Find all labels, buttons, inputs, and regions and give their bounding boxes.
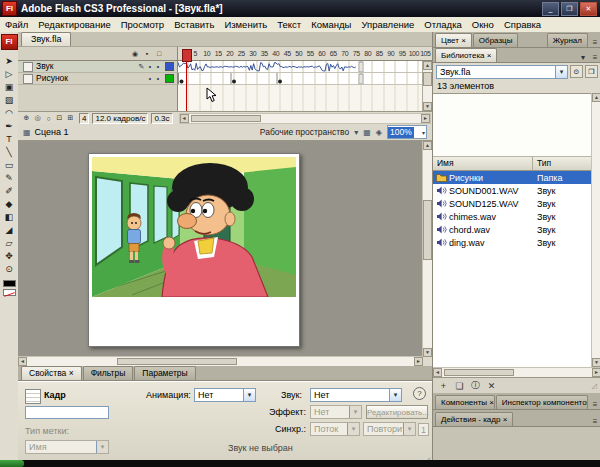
scroll-right-button[interactable]: ► <box>421 114 430 123</box>
fill-color-swatch[interactable] <box>3 289 16 296</box>
show-hide-layers-icon[interactable]: ◉ <box>131 50 139 58</box>
tab-library[interactable]: Библиотека × <box>435 48 497 62</box>
item-properties-icon[interactable]: ⓘ <box>469 379 482 392</box>
stage-horizontal-scrollbar[interactable]: ◄ ► <box>18 356 423 366</box>
scroll-thumb[interactable] <box>423 200 432 260</box>
start-button[interactable] <box>0 460 24 467</box>
zoom-dropdown-icon[interactable]: ▾ <box>422 129 426 136</box>
library-vertical-scrollbar[interactable]: ▲ ▼ <box>591 93 600 367</box>
hand-tool[interactable]: ✥ <box>1 249 17 262</box>
panel-menu-icon[interactable]: ≡ <box>589 38 600 47</box>
library-item[interactable]: ding.wavЗвук <box>433 236 592 249</box>
onion-skin-outline-icon[interactable]: ○ <box>43 115 54 122</box>
rectangle-tool[interactable]: ▭ <box>1 158 17 171</box>
new-folder-icon[interactable]: ❏ <box>453 381 466 391</box>
scroll-thumb[interactable] <box>423 72 432 86</box>
close-button[interactable]: ✕ <box>580 2 597 16</box>
line-tool[interactable]: ╲ <box>1 145 17 158</box>
menu-item-4[interactable]: Вставить <box>169 19 219 30</box>
scroll-up-button[interactable]: ▲ <box>423 141 432 150</box>
tab-journal[interactable]: Журнал <box>547 33 588 47</box>
layer-visibility-dot[interactable]: • <box>146 63 154 70</box>
document-tab[interactable]: Звук.fla <box>21 32 71 46</box>
modify-onion-markers-icon[interactable]: ⊞ <box>65 114 76 122</box>
scroll-right-button[interactable]: ► <box>414 357 423 366</box>
label-type-select[interactable]: Имя <box>25 440 109 454</box>
subselection-tool[interactable]: ▷ <box>1 67 17 80</box>
menu-item-9[interactable]: Отладка <box>419 19 467 30</box>
new-symbol-icon[interactable]: + <box>437 381 450 391</box>
edit-sound-button[interactable]: Редактировать... <box>366 405 428 419</box>
scroll-thumb[interactable] <box>191 115 261 122</box>
pencil-tool[interactable]: ✎ <box>1 171 17 184</box>
ink-bottle-tool[interactable]: ◆ <box>1 197 17 210</box>
tab-properties[interactable]: Свойства × <box>21 366 82 380</box>
frame-rate-value[interactable]: 12.0 кадров/с <box>92 113 148 124</box>
workspace-dropdown-icon[interactable]: ▾ <box>354 128 358 137</box>
minimize-button[interactable]: _ <box>542 2 559 16</box>
playhead-handle[interactable] <box>182 49 192 62</box>
edit-multiple-frames-icon[interactable]: ⊡ <box>54 114 65 122</box>
scroll-thumb[interactable] <box>444 369 514 376</box>
picture-layer-frames[interactable] <box>178 73 432 85</box>
tab-swatches[interactable]: Образцы <box>473 33 519 47</box>
edit-scene-icon[interactable]: ▦ <box>363 128 371 137</box>
tab-component-inspector[interactable]: Инспектор компонентов <box>496 395 588 409</box>
library-item[interactable]: SOUND001.WAVЗвук <box>433 184 592 197</box>
scroll-down-button[interactable]: ▼ <box>592 358 600 367</box>
pin-library-icon[interactable]: ⊙ <box>570 65 583 78</box>
stage-canvas[interactable] <box>88 153 300 347</box>
sound-select[interactable]: Нет <box>310 388 402 402</box>
edit-symbol-icon[interactable]: ◈ <box>376 128 382 137</box>
layer-row-picture[interactable]: Рисунок • • <box>18 73 432 85</box>
eraser-tool[interactable]: ▱ <box>1 236 17 249</box>
timeline-horizontal-scrollbar[interactable]: ◄ ► <box>179 113 431 124</box>
lasso-tool[interactable]: ◠ <box>1 106 17 119</box>
library-document-select[interactable]: Звук.fla <box>436 65 568 79</box>
library-item[interactable]: РисункиПапка <box>433 171 592 184</box>
help-icon[interactable]: ? <box>413 387 426 400</box>
scene-name[interactable]: Сцена 1 <box>35 127 69 137</box>
layer-row-sound[interactable]: Звук ✎ • • <box>18 61 432 73</box>
menu-item-11[interactable]: Справка <box>499 19 546 30</box>
stage-pasteboard[interactable]: ▲ ▼ ◄ ► <box>18 141 432 366</box>
onion-skin-icon[interactable]: ◎ <box>32 114 43 122</box>
library-item[interactable]: chimes.wavЗвук <box>433 210 592 223</box>
library-item[interactable]: SOUND125.WAVЗвук <box>433 197 592 210</box>
layer-lock-dot[interactable]: • <box>154 63 162 70</box>
timeline-ruler[interactable]: 1510152025303540455055606570758085909510… <box>178 47 432 61</box>
zoom-control[interactable]: 100% ▾ <box>387 125 427 139</box>
scroll-down-button[interactable]: ▼ <box>423 102 432 111</box>
library-item[interactable]: chord.wavЗвук <box>433 223 592 236</box>
scroll-left-button[interactable]: ◄ <box>18 357 27 366</box>
menu-item-10[interactable]: Окно <box>467 19 499 30</box>
layer-outline-color-chip[interactable] <box>165 74 174 83</box>
layer-lock-dot[interactable]: • <box>154 75 162 82</box>
text-tool[interactable]: T <box>1 132 17 145</box>
eyedropper-tool[interactable]: ◢ <box>1 223 17 236</box>
selection-tool[interactable]: ➤ <box>1 54 17 67</box>
menu-item-8[interactable]: Управление <box>356 19 419 30</box>
zoom-tool[interactable]: ⊙ <box>1 262 17 275</box>
menu-item-1[interactable]: Файл <box>0 19 33 30</box>
layer-visibility-dot[interactable]: • <box>146 75 154 82</box>
title-bar[interactable]: Fl Adobe Flash CS3 Professional - [Звук.… <box>0 0 600 17</box>
scroll-up-button[interactable]: ▲ <box>423 61 432 70</box>
scroll-up-button[interactable]: ▲ <box>592 93 600 102</box>
repeat-select[interactable]: Повторить <box>363 422 416 436</box>
playhead[interactable] <box>186 60 187 111</box>
outline-layers-icon[interactable]: □ <box>155 50 163 57</box>
layer-outline-color-chip[interactable] <box>165 62 174 71</box>
timeline-vertical-scrollbar[interactable]: ▲ ▼ <box>422 61 432 111</box>
panel-menu-icon[interactable]: ≡ <box>589 53 600 62</box>
lock-layers-icon[interactable]: ▪ <box>143 50 151 57</box>
column-header-type[interactable]: Тип <box>533 157 592 170</box>
delete-item-icon[interactable]: ✕ <box>485 381 498 391</box>
scroll-thumb[interactable] <box>117 358 237 365</box>
menu-item-6[interactable]: Текст <box>272 19 306 30</box>
pen-tool[interactable]: ✒ <box>1 119 17 132</box>
sound-layer-frames[interactable] <box>178 61 432 73</box>
stroke-color-swatch[interactable] <box>3 280 16 287</box>
panel-menu-icon[interactable]: ≡ <box>589 417 600 426</box>
tween-select[interactable]: Нет <box>194 388 256 402</box>
